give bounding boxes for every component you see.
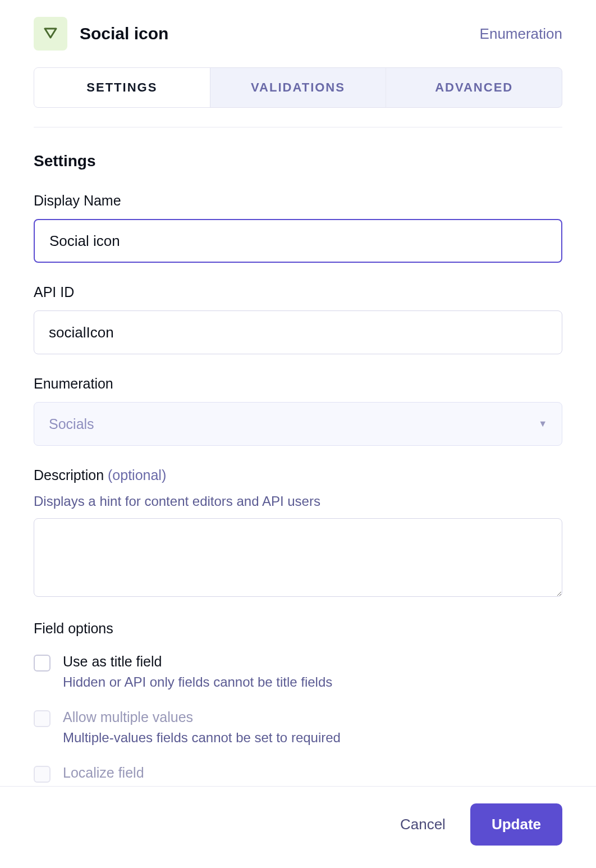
- description-label: Description (optional): [34, 467, 562, 483]
- enumeration-select[interactable]: Socials ▼: [34, 402, 562, 446]
- field-options-title: Field options: [34, 620, 562, 637]
- cancel-button[interactable]: Cancel: [400, 816, 446, 833]
- header-title: Social icon: [80, 24, 168, 43]
- enumeration-label: Enumeration: [34, 376, 562, 392]
- description-hint: Displays a hint for content editors and …: [34, 494, 562, 509]
- description-label-text: Description: [34, 467, 104, 483]
- allow-multiple-hint: Multiple-values fields cannot be set to …: [63, 730, 341, 746]
- localize-label: Localize field: [63, 765, 144, 781]
- chevron-down-icon: ▼: [538, 419, 547, 429]
- enumeration-icon: [34, 17, 67, 51]
- allow-multiple-checkbox: [34, 710, 51, 727]
- field-type-label: Enumeration: [480, 25, 562, 43]
- display-name-input[interactable]: [34, 219, 562, 263]
- update-button[interactable]: Update: [470, 803, 562, 846]
- tab-settings[interactable]: SETTINGS: [34, 68, 210, 107]
- description-optional-tag: (optional): [108, 467, 166, 483]
- allow-multiple-label: Allow multiple values: [63, 709, 341, 725]
- use-as-title-hint: Hidden or API only fields cannot be titl…: [63, 674, 332, 690]
- tab-advanced[interactable]: ADVANCED: [386, 68, 562, 107]
- api-id-label: API ID: [34, 284, 562, 300]
- tabs: SETTINGS VALIDATIONS ADVANCED: [34, 67, 562, 108]
- svg-marker-0: [45, 29, 56, 38]
- enumeration-selected-value: Socials: [49, 416, 94, 432]
- display-name-label: Display Name: [34, 193, 562, 209]
- tab-validations[interactable]: VALIDATIONS: [210, 68, 387, 107]
- section-title: Settings: [34, 152, 562, 170]
- api-id-input[interactable]: [34, 310, 562, 354]
- use-as-title-label: Use as title field: [63, 654, 332, 670]
- localize-checkbox: [34, 766, 51, 783]
- use-as-title-checkbox[interactable]: [34, 655, 51, 671]
- description-textarea[interactable]: [34, 518, 562, 597]
